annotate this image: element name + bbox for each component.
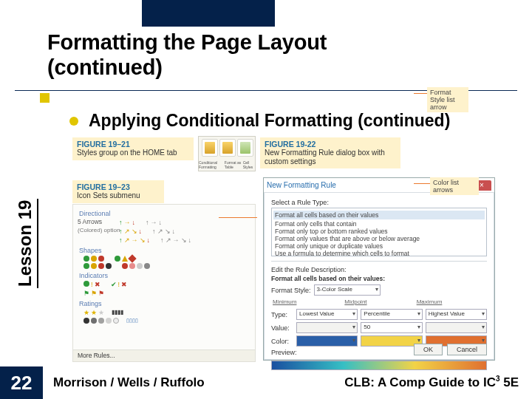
iconset-3-arrows-gray: ↑→↓: [146, 219, 162, 226]
iconset-5-arrows-gray: ↑↗→↘↓: [160, 236, 191, 244]
figure-21-image: Conditional Formatting Format as Table C…: [198, 136, 256, 171]
gradient-preview: [271, 361, 487, 370]
footer-right-b: 5E: [499, 375, 519, 389]
rating-row-1: ★★★ ▮▮▮▮: [83, 309, 250, 316]
ribbon-btn-cell-styles: [237, 139, 253, 157]
rule-type-5: Use a formula to determine which cells t…: [275, 250, 483, 257]
figure-23-image: Directional 5 Arrows (Colored) option ↑→…: [72, 204, 256, 362]
color-label: Color:: [271, 338, 293, 345]
more-rules-item: More Rules...: [73, 349, 255, 361]
col-max-head: Maximum: [417, 299, 485, 305]
edit-rule-desc-label: Edit the Rule Description:: [271, 266, 487, 273]
ribbon-btn-conditional-formatting: [202, 139, 218, 157]
figure-21-number: FIGURE 19–21: [77, 140, 189, 149]
lesson-side-tab: Lesson 19: [15, 199, 38, 288]
min-type-dd: Lowest Value: [296, 309, 358, 320]
rule-type-2: Format only top or bottom ranked values: [275, 228, 483, 235]
accent-square: [40, 93, 50, 103]
group-shapes: Shapes: [79, 247, 250, 254]
arrows-label-2: (Colored) option: [78, 227, 120, 233]
preview-label: Preview:: [271, 349, 301, 356]
bullet-text: Applying Conditional Formatting (continu…: [89, 111, 450, 131]
footer-book-title: CLB: A Comp Guide to IC3 5E: [344, 375, 519, 390]
bullet-dot-icon: [69, 117, 78, 126]
title-block: Formatting the Page Layout (continued): [47, 30, 510, 80]
slide-title-line2: (continued): [47, 55, 510, 80]
rule-type-4: Format only unique or duplicate values: [275, 242, 483, 250]
body: Applying Conditional Formatting (continu…: [69, 111, 510, 131]
format-style-label: Format Style:: [271, 287, 311, 294]
rating-row-2: ▯▯▯▯: [83, 318, 250, 324]
rule-type-3: Format only values that are above or bel…: [275, 235, 483, 242]
select-rule-type-label: Select a Rule Type:: [271, 199, 487, 206]
figure-21-caption: FIGURE 19–21 Styles group on the HOME ta…: [72, 137, 194, 160]
callout-line-1: [414, 93, 427, 94]
figure-22-number: FIGURE 19-22: [265, 140, 396, 149]
min-val: [296, 322, 358, 333]
shape-row-2: [83, 263, 250, 269]
iconset-5-arrows: ↑↗→↘↓: [119, 236, 150, 244]
bullet-row: Applying Conditional Formatting (continu…: [69, 111, 510, 131]
min-color-dd: [296, 335, 358, 347]
ok-button: OK: [414, 344, 443, 355]
footer-authors: Morrison / Wells / Ruffolo: [53, 375, 205, 390]
rule-type-0: Format all cells based on their values: [273, 211, 485, 219]
ribbon-btn-format-as-table: [219, 139, 236, 157]
iconset-3-arrows: ↑→↓: [119, 219, 135, 226]
figure-22-dialog: New Formatting Rule × Select a Rule Type…: [263, 177, 495, 361]
figure-22-text: New Formatting Rule dialog box with cust…: [265, 149, 396, 166]
arrows-label-1: 5 Arrows: [78, 218, 102, 225]
ribbon-label-2: Format as Table: [225, 160, 243, 169]
figure-22-caption: FIGURE 19-22 New Formatting Rule dialog …: [260, 137, 400, 168]
type-label: Type:: [271, 311, 293, 318]
header-accent-block: [142, 0, 275, 27]
rule-type-list: Format all cells based on their values F…: [271, 208, 487, 256]
mid-type-dd: Percentile: [361, 309, 422, 320]
footer-right-a: CLB: A Comp Guide to IC: [344, 375, 496, 389]
figure-23-text: Icon Sets submenu: [77, 191, 160, 200]
mid-val: 50: [361, 322, 422, 333]
max-type-dd: Highest Value: [426, 309, 487, 320]
figure-area: FIGURE 19–21 Styles group on the HOME ta…: [72, 137, 516, 353]
indicator-row-1: !✖ ✔!✖: [83, 281, 250, 288]
shape-row-1: [83, 256, 250, 262]
callout-pointer-iconset: [219, 217, 257, 218]
callout-line-2: [414, 183, 430, 184]
figure-21-text: Styles group on the HOME tab: [77, 149, 189, 157]
figure-23-caption: FIGURE 19–23 Icon Sets submenu: [72, 180, 164, 203]
group-directional: Directional: [79, 210, 250, 217]
format-style-dropdown: 3-Color Scale: [314, 284, 381, 296]
col-mid-head: Midpoint: [344, 299, 413, 305]
col-min-head: Minimum: [273, 299, 341, 305]
iconset-4-arrows: ↑↗↘↓: [119, 228, 142, 235]
group-indicators: Indicators: [79, 272, 250, 279]
rule-type-1: Format only cells that contain: [275, 220, 483, 228]
figure-23-number: FIGURE 19–23: [77, 183, 160, 191]
callout-color-arrows: Color list arrows: [430, 177, 479, 195]
iconset-4-arrows-gray: ↑↗↘↓: [152, 228, 175, 235]
callout-format-style: Format Style list arrow: [427, 87, 468, 112]
value-label: Value:: [271, 324, 293, 332]
indicator-row-2: ⚑⚑⚑: [83, 290, 250, 297]
cancel-button: Cancel: [447, 344, 487, 355]
max-val: [426, 322, 487, 333]
ribbon-label-1: Conditional Formatting: [199, 160, 225, 169]
page-number: 22: [0, 366, 43, 399]
slide-title-line1: Formatting the Page Layout: [47, 30, 510, 55]
desc-heading: Format all cells based on their values:: [271, 275, 487, 282]
dialog-title: New Formatting Rule: [267, 181, 336, 189]
group-ratings: Ratings: [79, 300, 250, 307]
ribbon-labels: Conditional Formatting Format as Table C…: [199, 160, 255, 169]
ribbon-label-3: Cell Styles: [243, 160, 255, 169]
